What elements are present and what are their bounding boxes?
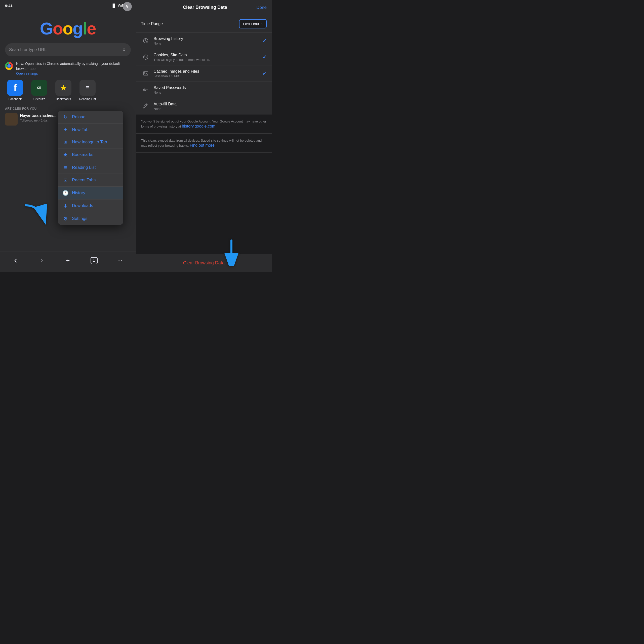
- time-range-row[interactable]: Time Range Last Hour ›: [136, 15, 272, 33]
- recent-tabs-icon: ⊡: [62, 177, 68, 183]
- reading-shortcut-icon: ≡: [79, 80, 96, 96]
- menu-item-recent-tabs[interactable]: ⊡ Recent Tabs: [58, 174, 123, 187]
- spacer: [136, 153, 272, 188]
- shortcut-bookmarks[interactable]: ★ Bookmarks: [53, 80, 73, 101]
- add-tab-button[interactable]: +: [62, 255, 74, 266]
- promo-text-area: New: Open sites in Chrome automatically …: [16, 61, 131, 76]
- shortcuts-row: f Facebook CB Cricbuzz ★ Bookmarks ≡ Rea…: [0, 80, 136, 105]
- notice-area-2: This clears synced data from all devices…: [136, 134, 272, 153]
- menu-item-reload[interactable]: ↻ Reload: [58, 111, 123, 124]
- browsing-history-sub: None: [154, 42, 259, 45]
- bookmarks-menu-label: Bookmarks: [72, 152, 93, 157]
- autofill-icon: [141, 102, 150, 111]
- menu-item-settings[interactable]: ⚙ Settings: [58, 212, 123, 225]
- facebook-label: Facebook: [9, 97, 22, 101]
- left-panel: 9:41 ▐▌ WiFi 🔋 V Google Search or type U…: [0, 0, 136, 272]
- avatar[interactable]: V: [123, 2, 132, 11]
- reading-list-label: Reading List: [72, 165, 96, 170]
- notice-text-1-end: .: [217, 125, 218, 128]
- promo-text: New: Open sites in Chrome automatically …: [16, 62, 120, 71]
- cookies-item[interactable]: Cookies, Site Data This will sign you ou…: [136, 49, 272, 65]
- data-items-list: Browsing history None ✓ Cookies, Site Da…: [136, 33, 272, 272]
- search-placeholder: Search or type URL: [9, 47, 119, 52]
- done-button[interactable]: Done: [256, 5, 267, 10]
- cached-images-sub: Less than 1.5 MB: [154, 74, 259, 78]
- new-tab-label: New Tab: [72, 127, 89, 132]
- cached-images-item[interactable]: Cached Images and Files Less than 1.5 MB…: [136, 65, 272, 82]
- saved-passwords-item[interactable]: Saved Passwords None: [136, 82, 272, 98]
- cookies-icon: [141, 53, 150, 62]
- cricbuzz-icon: CB: [31, 80, 47, 96]
- shortcut-cricbuzz[interactable]: CB Cricbuzz: [29, 80, 49, 101]
- autofill-item[interactable]: Auto-fill Data None: [136, 98, 272, 114]
- downloads-icon: ⬇: [62, 203, 68, 209]
- facebook-icon: f: [7, 80, 23, 96]
- menu-item-incognito[interactable]: ⊞ New Incognito Tab: [58, 136, 123, 148]
- cricbuzz-label: Cricbuzz: [33, 97, 45, 101]
- settings-icon: ⚙: [62, 216, 68, 222]
- browsing-history-text: Browsing history None: [154, 36, 259, 45]
- browsing-history-check: ✓: [262, 38, 267, 44]
- reading-label: Reading List: [79, 97, 96, 101]
- menu-item-new-tab[interactable]: + New Tab: [58, 124, 123, 136]
- menu-item-downloads[interactable]: ⬇ Downloads: [58, 199, 123, 212]
- autofill-title: Auto-fill Data: [154, 102, 267, 106]
- reload-icon: ↻: [62, 114, 68, 120]
- shortcut-facebook[interactable]: f Facebook: [5, 80, 25, 101]
- history-google-link[interactable]: history.google.com: [182, 124, 215, 128]
- logo-g: G: [40, 19, 53, 38]
- forward-button[interactable]: [35, 255, 48, 266]
- browsing-history-item[interactable]: Browsing history None ✓: [136, 33, 272, 49]
- svg-point-5: [145, 57, 145, 58]
- svg-point-2: [143, 55, 148, 59]
- svg-point-9: [143, 89, 146, 91]
- logo-e: e: [87, 19, 96, 38]
- time-range-value: Last Hour: [243, 22, 259, 26]
- incognito-icon: ⊞: [62, 139, 68, 145]
- google-logo-area: Google: [0, 11, 136, 43]
- clear-browsing-data-button[interactable]: Clear Browsing Data: [183, 260, 225, 266]
- bookmarks-shortcut-icon: ★: [55, 80, 71, 96]
- history-icon: 🕐: [62, 190, 68, 196]
- bookmarks-menu-icon: ★: [62, 152, 68, 158]
- menu-item-history[interactable]: 🕐 History: [58, 187, 123, 199]
- chevron-right-icon: ›: [261, 22, 263, 26]
- incognito-label: New Incognito Tab: [72, 140, 107, 145]
- menu-button[interactable]: ···: [114, 255, 127, 266]
- logo-o1: o: [53, 19, 63, 38]
- saved-passwords-title: Saved Passwords: [154, 86, 267, 90]
- right-panel: Clear Browsing Data Done Time Range Last…: [136, 0, 272, 272]
- chrome-promo: New: Open sites in Chrome automatically …: [0, 61, 136, 80]
- saved-passwords-icon: [141, 85, 150, 94]
- time-range-selector[interactable]: Last Hour ›: [239, 19, 267, 28]
- bottom-nav: + 1 ···: [0, 252, 136, 272]
- find-out-more-link[interactable]: Find out more: [190, 143, 215, 147]
- article-content: Nayantara slashes... Tollywood.net · 1 d…: [20, 113, 56, 122]
- browsing-history-icon: [141, 36, 150, 45]
- open-settings-link[interactable]: Open settings: [16, 71, 38, 75]
- menu-item-reading-list[interactable]: ≡ Reading List: [58, 161, 123, 174]
- back-button[interactable]: [9, 255, 22, 266]
- bookmarks-label: Bookmarks: [56, 97, 71, 101]
- status-time: 9:41: [5, 4, 13, 8]
- saved-passwords-text: Saved Passwords None: [154, 86, 267, 94]
- cached-images-icon: [141, 69, 150, 78]
- shortcut-reading[interactable]: ≡ Reading List: [77, 80, 98, 101]
- article-source: Tollywood.net · 1 da...: [20, 119, 56, 122]
- article-title: Nayantara slashes...: [20, 113, 56, 118]
- context-menu: ↻ Reload + New Tab ⊞ New Incognito Tab ★…: [58, 111, 123, 225]
- search-bar[interactable]: Search or type URL 🎙: [5, 43, 131, 56]
- cookies-check: ✓: [262, 54, 267, 60]
- downloads-label: Downloads: [72, 203, 93, 208]
- tab-count: 1: [91, 257, 98, 264]
- cached-images-text: Cached Images and Files Less than 1.5 MB: [154, 69, 259, 78]
- mic-icon[interactable]: 🎙: [122, 47, 127, 53]
- browsing-history-title: Browsing history: [154, 36, 259, 41]
- cookies-title: Cookies, Site Data: [154, 53, 259, 57]
- menu-item-bookmarks[interactable]: ★ Bookmarks: [58, 148, 123, 161]
- history-label: History: [72, 190, 85, 195]
- time-range-label: Time Range: [141, 22, 163, 26]
- notice-area-1: You won't be signed out of your Google A…: [136, 114, 272, 134]
- autofill-sub: None: [154, 107, 267, 111]
- tab-switcher-button[interactable]: 1: [88, 255, 100, 266]
